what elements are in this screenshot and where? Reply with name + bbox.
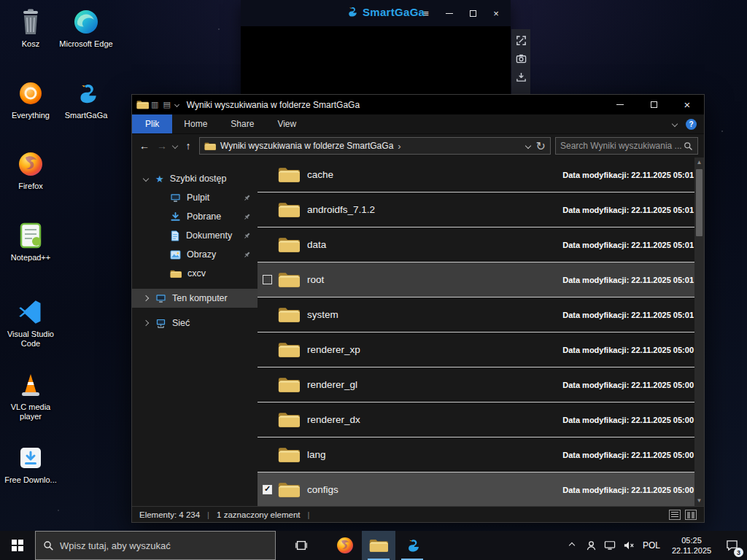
ribbon-collapse-icon[interactable]	[672, 121, 678, 127]
minimize-icon[interactable]	[603, 95, 637, 114]
back-icon[interactable]: ←	[138, 140, 151, 152]
pin-icon[interactable]	[244, 214, 250, 220]
file-row[interactable]: cache Data modyfikacji: 22.11.2025 05:01	[258, 158, 704, 192]
quick-access-toolbar-icon[interactable]: ▤	[163, 100, 170, 109]
desktop-icon-smartgaga[interactable]: SmartGaGa	[58, 79, 114, 120]
fullscreen-icon[interactable]	[516, 35, 527, 46]
up-icon[interactable]: ↑	[182, 140, 195, 152]
tab-share[interactable]: Share	[219, 114, 266, 133]
desktop-icon-everything[interactable]: Everything	[3, 79, 58, 120]
file-row[interactable]: androidfs_7.1.2 Data modyfikacji: 22.11.…	[258, 192, 704, 228]
scroll-down-icon[interactable]: ▼	[697, 496, 703, 506]
breadcrumb[interactable]: Wyniki wyszukiwania w folderze SmartGaGa	[220, 141, 393, 151]
address-dropdown-icon[interactable]	[525, 143, 530, 149]
file-row[interactable]: lang Data modyfikacji: 22.11.2025 05:00	[258, 438, 704, 472]
sidebar-item-downloads[interactable]: Pobrane	[132, 207, 258, 226]
row-checkbox[interactable]	[263, 275, 272, 284]
desktop-icon-firefox[interactable]: Firefox	[3, 149, 58, 191]
help-button[interactable]: ?	[686, 119, 697, 130]
start-button[interactable]	[0, 531, 35, 560]
desktop-icon-vlc[interactable]: VLC media player	[3, 370, 58, 421]
sidebar-item-label: Dokumenty	[186, 230, 232, 241]
close-icon[interactable]: ×	[486, 4, 506, 22]
sidebar-item-this-pc[interactable]: Ten komputer	[132, 289, 258, 308]
taskbar-explorer-button[interactable]	[362, 531, 395, 560]
desktop-icon-recycle-bin[interactable]: Kosz	[3, 7, 58, 49]
close-icon[interactable]: ×	[670, 95, 704, 114]
everything-icon	[16, 79, 45, 108]
search-icon[interactable]	[684, 141, 693, 151]
file-name: data	[307, 239, 326, 250]
row-checkbox[interactable]	[263, 485, 272, 494]
sidebar-item-network[interactable]: Sieć	[132, 314, 258, 332]
expander-icon[interactable]	[143, 295, 149, 301]
language-indicator[interactable]: POL	[639, 540, 664, 551]
details-view-icon[interactable]	[669, 510, 681, 520]
scrollbar[interactable]: ▲ ▼	[694, 158, 704, 506]
file-row[interactable]: configs Data modyfikacji: 22.11.2025 05:…	[258, 472, 704, 506]
search-input[interactable]	[560, 141, 684, 151]
tab-view[interactable]: View	[266, 114, 308, 133]
sidebar-item-documents[interactable]: Dokumenty	[132, 226, 258, 245]
large-icons-view-icon[interactable]	[685, 510, 697, 520]
breadcrumb-chevron-icon[interactable]: ›	[398, 141, 400, 152]
desktop-icon-notepadpp[interactable]: Notepad++	[3, 221, 58, 262]
file-row[interactable]: renderer_dx Data modyfikacji: 22.11.2025…	[258, 402, 704, 438]
tab-file[interactable]: Plik	[132, 114, 172, 133]
pin-icon[interactable]	[244, 195, 250, 201]
explorer-titlebar[interactable]: ▥ ▤ Wyniki wyszukiwania w folderze Smart…	[132, 95, 704, 114]
documents-icon	[170, 230, 180, 241]
sidebar-item-label: cxcv	[187, 268, 206, 279]
expander-icon[interactable]	[143, 320, 149, 326]
clock[interactable]: 05:25 22.11.2025	[665, 535, 718, 556]
ribbon-tabs: Plik Home Share View ?	[132, 114, 704, 134]
sidebar-item-quick-access[interactable]: ★ Szybki dostęp	[132, 169, 258, 188]
sidebar-item-desktop[interactable]: Pulpit	[132, 188, 258, 207]
sidebar-item-pictures[interactable]: Obrazy	[132, 245, 258, 264]
chevron-down-icon[interactable]	[174, 102, 179, 107]
refresh-icon[interactable]: ↻	[536, 139, 546, 153]
search-box[interactable]	[555, 137, 698, 155]
task-view-button[interactable]	[285, 531, 318, 560]
taskbar-smartgaga-button[interactable]	[395, 531, 429, 560]
file-row[interactable]: system Data modyfikacji: 22.11.2025 05:0…	[258, 298, 704, 332]
smartgaga-swan-icon	[403, 536, 422, 555]
desktop-icon-label: Free Downlo...	[3, 475, 58, 485]
scroll-up-icon[interactable]: ▲	[697, 158, 703, 168]
network-icon[interactable]	[601, 531, 619, 560]
maximize-icon[interactable]	[462, 4, 483, 22]
address-bar[interactable]: Wyniki wyszukiwania w folderze SmartGaGa…	[199, 137, 551, 155]
people-icon[interactable]	[582, 531, 600, 560]
desktop-icon	[170, 192, 181, 203]
forward-icon[interactable]: →	[155, 140, 169, 152]
file-row[interactable]: renderer_xp Data modyfikacji: 22.11.2025…	[258, 332, 704, 368]
tab-home[interactable]: Home	[172, 114, 219, 133]
desktop-icon-free-download[interactable]: Free Downlo...	[3, 443, 58, 485]
taskbar-search[interactable]	[35, 531, 276, 560]
desktop-icon-edge[interactable]: Microsoft Edge	[58, 7, 114, 49]
file-row[interactable]: root Data modyfikacji: 22.11.2025 05:01	[258, 262, 704, 298]
quick-access-toolbar-icon[interactable]: ▥	[151, 100, 158, 109]
smartgaga-titlebar[interactable]: SmartGaGa ≡ ×	[241, 0, 511, 26]
apk-install-icon[interactable]	[516, 71, 527, 82]
history-dropdown-icon[interactable]	[172, 143, 178, 149]
action-center-button[interactable]: 3	[719, 531, 744, 560]
firefox-icon	[336, 536, 355, 555]
folder-icon	[278, 271, 300, 289]
scrollbar-thumb[interactable]	[696, 169, 703, 236]
file-row[interactable]: data Data modyfikacji: 22.11.2025 05:01	[258, 228, 704, 262]
pin-icon[interactable]	[244, 233, 250, 239]
desktop-icon-label: SmartGaGa	[58, 111, 114, 120]
screenshot-icon[interactable]	[516, 53, 527, 64]
sidebar-item-cxcv[interactable]: cxcv	[132, 264, 258, 283]
desktop-icon-vscode[interactable]: Visual Studio Code	[3, 298, 58, 349]
maximize-icon[interactable]	[637, 95, 670, 114]
pin-icon[interactable]	[244, 252, 250, 258]
volume-muted-icon[interactable]	[620, 531, 638, 560]
minimize-icon[interactable]	[439, 4, 460, 22]
file-row[interactable]: renderer_gl Data modyfikacji: 22.11.2025…	[258, 368, 704, 402]
taskbar-search-input[interactable]	[60, 540, 268, 551]
expander-icon[interactable]	[143, 176, 149, 182]
taskbar-firefox-button[interactable]	[328, 531, 362, 560]
tray-expand-icon[interactable]	[563, 531, 581, 560]
